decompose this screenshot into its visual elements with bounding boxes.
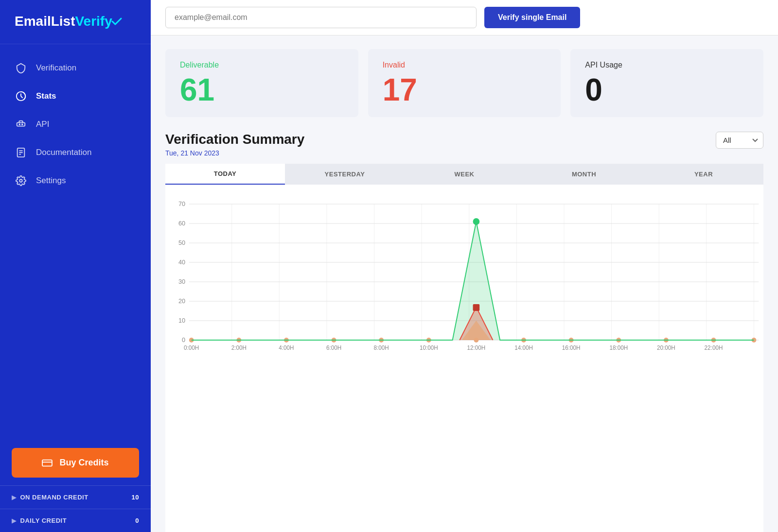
credits-info: ▶ ON DEMAND CREDIT 10 ▶ DAILY CREDIT 0	[0, 485, 151, 532]
svg-text:0:00H: 0:00H	[184, 344, 199, 351]
tab-week[interactable]: WEEK	[405, 164, 524, 185]
email-input[interactable]	[165, 7, 477, 28]
sidebar-label-api: API	[36, 120, 49, 129]
summary-section: Verification Summary Tue, 21 Nov 2023 Al…	[151, 122, 778, 532]
svg-text:10: 10	[178, 317, 185, 324]
daily-credit-label: DAILY CREDIT	[20, 517, 136, 524]
summary-title: Verification Summary	[165, 132, 304, 147]
svg-text:22:00H: 22:00H	[705, 344, 723, 351]
logo-check-icon	[111, 17, 122, 26]
svg-text:0: 0	[182, 336, 185, 343]
sidebar-item-verification[interactable]: Verification	[0, 54, 151, 82]
svg-rect-66	[473, 304, 480, 311]
buy-credits-button[interactable]: Buy Credits	[12, 448, 139, 478]
daily-credit-row: ▶ DAILY CREDIT 0	[0, 509, 151, 532]
sidebar: EmailList Verify Verification Stats API	[0, 0, 151, 532]
svg-rect-1	[17, 122, 25, 126]
svg-point-68	[474, 338, 479, 343]
nav-items: Verification Stats API Documentation	[0, 44, 151, 436]
content-area: Deliverable 61 Invalid 17 API Usage 0 Ve…	[151, 35, 778, 532]
svg-text:50: 50	[178, 239, 185, 246]
svg-text:4:00H: 4:00H	[279, 344, 294, 351]
svg-text:12:00H: 12:00H	[467, 344, 486, 351]
tab-year[interactable]: YEAR	[644, 164, 763, 185]
stats-cards: Deliverable 61 Invalid 17 API Usage 0	[151, 35, 778, 122]
invalid-value: 17	[383, 74, 547, 105]
sidebar-item-stats[interactable]: Stats	[0, 82, 151, 110]
api-usage-label: API Usage	[585, 61, 749, 69]
sidebar-label-documentation: Documentation	[36, 148, 91, 157]
logo-email-part: EmailList	[15, 14, 75, 29]
svg-text:20:00H: 20:00H	[657, 344, 675, 351]
filter-select[interactable]: All API Manual	[716, 132, 763, 149]
logo: EmailList Verify	[15, 14, 136, 29]
deliverable-label: Deliverable	[180, 61, 344, 69]
sidebar-label-verification: Verification	[36, 63, 76, 73]
svg-text:8:00H: 8:00H	[374, 344, 389, 351]
svg-text:2:00H: 2:00H	[231, 344, 247, 351]
main-content: Verify single Email Deliverable 61 Inval…	[151, 0, 778, 532]
sidebar-item-documentation[interactable]: Documentation	[0, 138, 151, 167]
stat-card-invalid: Invalid 17	[368, 49, 561, 117]
summary-title-group: Verification Summary Tue, 21 Nov 2023	[165, 132, 304, 157]
gear-icon	[15, 174, 27, 187]
on-demand-credit-value: 10	[132, 494, 139, 501]
svg-point-64	[473, 218, 480, 225]
svg-text:60: 60	[178, 220, 185, 227]
logo-area: EmailList Verify	[0, 0, 151, 44]
sidebar-label-stats: Stats	[36, 91, 56, 101]
on-demand-credit-label: ON DEMAND CREDIT	[20, 494, 132, 501]
tab-yesterday[interactable]: YESTERDAY	[285, 164, 405, 185]
svg-text:10:00H: 10:00H	[420, 344, 438, 351]
on-demand-credit-arrow: ▶	[12, 494, 17, 501]
svg-text:18:00H: 18:00H	[609, 344, 628, 351]
svg-text:40: 40	[178, 258, 185, 266]
api-icon	[15, 118, 27, 131]
shield-icon	[15, 62, 27, 74]
summary-date: Tue, 21 Nov 2023	[165, 149, 304, 157]
sidebar-item-api[interactable]: API	[0, 110, 151, 138]
tab-month[interactable]: MONTH	[524, 164, 644, 185]
verify-single-email-button[interactable]: Verify single Email	[484, 7, 580, 28]
buy-credits-label: Buy Credits	[59, 458, 108, 468]
tab-today[interactable]: TODAY	[165, 164, 285, 185]
buy-credits-area: Buy Credits	[0, 436, 151, 485]
invalid-label: Invalid	[383, 61, 547, 69]
topbar: Verify single Email	[151, 0, 778, 35]
daily-credit-arrow: ▶	[12, 517, 17, 524]
logo-verify-part: Verify	[75, 14, 122, 29]
doc-icon	[15, 146, 27, 159]
on-demand-credit-row: ▶ ON DEMAND CREDIT 10	[0, 485, 151, 509]
svg-text:20: 20	[178, 297, 185, 305]
svg-point-3	[22, 124, 23, 125]
svg-text:6:00H: 6:00H	[326, 344, 341, 351]
sidebar-item-settings[interactable]: Settings	[0, 167, 151, 195]
stat-card-deliverable: Deliverable 61	[165, 49, 358, 117]
svg-point-8	[19, 179, 22, 182]
deliverable-value: 61	[180, 74, 344, 105]
chart-icon	[15, 90, 27, 103]
svg-text:70: 70	[178, 200, 185, 207]
sidebar-label-settings: Settings	[36, 176, 66, 186]
svg-text:16:00H: 16:00H	[562, 344, 581, 351]
credit-card-icon	[42, 459, 53, 467]
chart-container: 0 10 20 30 40 50 60 70 0:00H 2:00H 4:00H…	[165, 185, 763, 532]
svg-text:30: 30	[178, 278, 185, 285]
stat-card-api-usage: API Usage 0	[570, 49, 763, 117]
svg-point-2	[19, 124, 20, 125]
chart-svg: 0 10 20 30 40 50 60 70 0:00H 2:00H 4:00H…	[165, 189, 763, 355]
api-usage-value: 0	[585, 74, 749, 105]
time-tabs: TODAY YESTERDAY WEEK MONTH YEAR	[165, 164, 763, 185]
summary-header: Verification Summary Tue, 21 Nov 2023 Al…	[165, 132, 763, 157]
svg-rect-9	[43, 460, 53, 466]
svg-text:14:00H: 14:00H	[514, 344, 533, 351]
chart-wrap: 0 10 20 30 40 50 60 70 0:00H 2:00H 4:00H…	[165, 189, 763, 355]
daily-credit-value: 0	[135, 517, 139, 524]
